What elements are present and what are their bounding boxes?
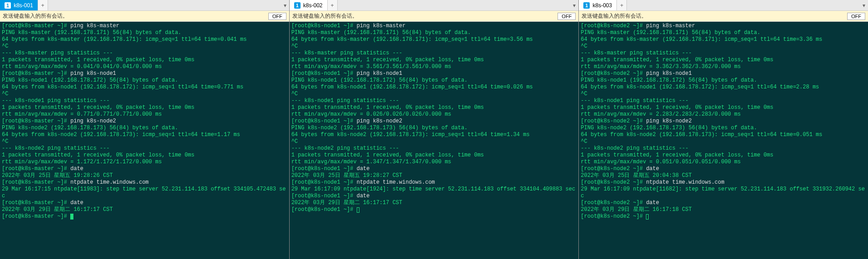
output-text: ^C <box>581 91 587 97</box>
command-text: ntpdate time.windows.com <box>70 179 149 186</box>
output-text: 1 packets transmitted, 1 received, 0% pa… <box>581 152 773 158</box>
prompt-line: [root@k8s-node2 ~]# ntpdate time.windows… <box>581 179 866 186</box>
output-text: 2022年 03月 29日 星期二 16:17:17 CST <box>2 206 113 213</box>
output-text: PING k8s-node2 (192.168.178.173) 56(84) … <box>2 125 178 131</box>
output-text: --- k8s-node1 ping statistics --- <box>2 98 110 104</box>
output-text: rtt min/avg/max/mdev = 1.347/1.347/1.347… <box>291 159 451 165</box>
tab-menu-icon[interactable]: ▾ <box>570 0 578 10</box>
output-line: 29 Mar 16:17:09 ntpdate[1924]: step time… <box>291 186 577 193</box>
output-text: --- k8s-master ping statistics --- <box>291 50 402 56</box>
tab-number: 1 <box>583 2 590 9</box>
output-line: --- k8s-node1 ping statistics --- <box>2 98 287 104</box>
add-tab-button[interactable]: + <box>617 0 627 10</box>
prompt-line: [root@k8s-master ~]# date <box>2 200 287 206</box>
tab-number: 1 <box>294 2 301 9</box>
output-text: PING k8s-node1 (192.168.178.172) 56(84) … <box>581 77 757 83</box>
command-text: date <box>646 166 659 172</box>
output-text: 64 bytes from k8s-node2 (192.168.178.173… <box>2 132 240 138</box>
output-text: rtt min/avg/max/mdev = 3.362/3.362/3.362… <box>581 64 741 70</box>
shell-prompt: [root@k8s-node2 ~]# <box>581 166 646 172</box>
command-text: ping k8s-master <box>646 23 695 29</box>
command-text: date <box>70 166 83 172</box>
session-tab[interactable]: 1k8s-002 <box>290 0 328 10</box>
output-line: 2022年 03月 29日 星期二 16:17:17 CST <box>2 206 287 213</box>
terminal-output[interactable]: [root@k8s-node1 ~]# ping k8s-masterPING … <box>290 22 579 259</box>
output-line: 29 Mar 16:17:09 ntpdate[11682]: step tim… <box>581 186 866 200</box>
tab-menu-icon[interactable]: ▾ <box>281 0 289 10</box>
output-line: PING k8s-master (192.168.178.171) 56(84)… <box>581 29 866 36</box>
prompt-line: [root@k8s-node1 ~]# <box>291 206 577 213</box>
output-line: 64 bytes from k8s-node1 (192.168.178.172… <box>291 84 577 91</box>
output-text: ^C <box>581 43 587 49</box>
output-line: --- k8s-master ping statistics --- <box>2 50 287 57</box>
output-text: PING k8s-node1 (192.168.178.172) 56(84) … <box>291 77 468 83</box>
output-line: 64 bytes from k8s-master (192.168.178.17… <box>2 36 287 43</box>
output-line: rtt min/avg/max/mdev = 0.041/0.041/0.041… <box>2 64 287 70</box>
output-text: ^C <box>291 138 298 145</box>
output-line: 29 Mar 16:17:15 ntpdate[11983]: step tim… <box>2 186 287 200</box>
cursor-icon <box>357 207 359 213</box>
add-tab-button[interactable]: + <box>328 0 338 10</box>
output-text: 64 bytes from k8s-node2 (192.168.178.173… <box>581 132 822 138</box>
output-line: 2022年 03月 25日 星期五 19:28:26 CST <box>2 172 287 179</box>
broadcast-off-button[interactable]: OFF <box>558 13 576 20</box>
output-line: 1 packets transmitted, 1 received, 0% pa… <box>2 57 287 64</box>
output-text: 2022年 03月 29日 星期二 16:17:17 CST <box>291 200 402 206</box>
shell-prompt: [root@k8s-master ~]# <box>2 166 70 172</box>
output-line: PING k8s-node2 (192.168.178.173) 56(84) … <box>2 125 287 132</box>
session-tab[interactable]: 1k8s-001 <box>0 0 38 10</box>
shell-prompt: [root@k8s-node2 ~]# <box>581 200 646 206</box>
output-line: --- k8s-node2 ping statistics --- <box>581 145 866 152</box>
prompt-line: [root@k8s-node1 ~]# date <box>291 193 577 200</box>
output-text: ^C <box>2 43 8 49</box>
output-line: PING k8s-node2 (192.168.178.173) 56(84) … <box>581 125 866 132</box>
output-line: 1 packets transmitted, 1 received, 0% pa… <box>581 104 866 111</box>
broadcast-off-button[interactable]: OFF <box>268 13 286 20</box>
output-text: 64 bytes from k8s-node1 (192.168.178.172… <box>581 84 819 90</box>
prompt-line: [root@k8s-node1 ~]# ping k8s-node2 <box>291 118 577 125</box>
output-text: --- k8s-master ping statistics --- <box>2 50 113 56</box>
output-text: 64 bytes from k8s-node1 (192.168.178.172… <box>291 84 533 90</box>
output-line: rtt min/avg/max/mdev = 0.771/0.771/0.771… <box>2 111 287 118</box>
broadcast-off-button[interactable]: OFF <box>847 13 865 20</box>
shell-prompt: [root@k8s-master ~]# <box>2 23 70 29</box>
output-text: 1 packets transmitted, 1 received, 0% pa… <box>581 104 773 111</box>
shell-prompt: [root@k8s-master ~]# <box>2 200 70 206</box>
session-tab[interactable]: 1k8s-003 <box>579 0 617 10</box>
terminal-output[interactable]: [root@k8s-master ~]# ping k8s-masterPING… <box>0 22 289 259</box>
output-text: 1 packets transmitted, 1 received, 0% pa… <box>291 57 484 63</box>
output-line: PING k8s-master (192.168.178.171) 56(84)… <box>2 29 287 36</box>
output-text: 64 bytes from k8s-master (192.168.178.17… <box>291 36 533 43</box>
output-line: ^C <box>581 138 866 145</box>
output-line: 1 packets transmitted, 1 received, 0% pa… <box>291 57 577 64</box>
output-line: PING k8s-node1 (192.168.178.172) 56(84) … <box>2 77 287 84</box>
output-text: ^C <box>291 91 298 97</box>
output-line: 64 bytes from k8s-master (192.168.178.17… <box>581 36 866 43</box>
output-text: --- k8s-master ping statistics --- <box>581 50 692 56</box>
output-text: rtt min/avg/max/mdev = 0.026/0.026/0.026… <box>291 111 451 117</box>
output-line: 2022年 03月 29日 星期二 16:17:18 CST <box>581 206 866 213</box>
output-text: 64 bytes from k8s-node2 (192.168.178.173… <box>291 132 530 138</box>
output-line: 1 packets transmitted, 1 received, 0% pa… <box>581 57 866 64</box>
tab-menu-icon[interactable]: ▾ <box>860 0 868 10</box>
output-text: PING k8s-master (192.168.178.171) 56(84)… <box>581 29 760 36</box>
output-line: 2022年 03月 25日 星期五 20:04:38 CST <box>581 172 866 179</box>
output-text: PING k8s-node2 (192.168.178.173) 56(84) … <box>291 125 468 131</box>
output-line: ^C <box>2 43 287 50</box>
output-line: --- k8s-node2 ping statistics --- <box>291 145 577 152</box>
shell-prompt: [root@k8s-node1 ~]# <box>291 70 357 77</box>
output-text: 1 packets transmitted, 1 received, 0% pa… <box>581 57 773 63</box>
output-text: PING k8s-master (192.168.178.171) 56(84)… <box>291 29 471 36</box>
output-line: PING k8s-master (192.168.178.171) 56(84)… <box>291 29 577 36</box>
command-text: ntpdate time.windows.com <box>357 179 435 186</box>
output-text: PING k8s-node1 (192.168.178.172) 56(84) … <box>2 77 178 83</box>
prompt-line: [root@k8s-master ~]# date <box>2 166 287 172</box>
shell-prompt: [root@k8s-node2 ~]# <box>581 23 646 29</box>
output-text: ^C <box>291 43 298 49</box>
output-line: 64 bytes from k8s-node1 (192.168.178.172… <box>581 84 866 91</box>
prompt-line: [root@k8s-node1 ~]# ping k8s-node1 <box>291 70 577 77</box>
terminal-output[interactable]: [root@k8s-node2 ~]# ping k8s-masterPING … <box>579 22 868 259</box>
output-text: 1 packets transmitted, 1 received, 0% pa… <box>2 104 194 111</box>
add-tab-button[interactable]: + <box>38 0 48 10</box>
prompt-line: [root@k8s-master ~]# ping k8s-master <box>2 23 287 29</box>
